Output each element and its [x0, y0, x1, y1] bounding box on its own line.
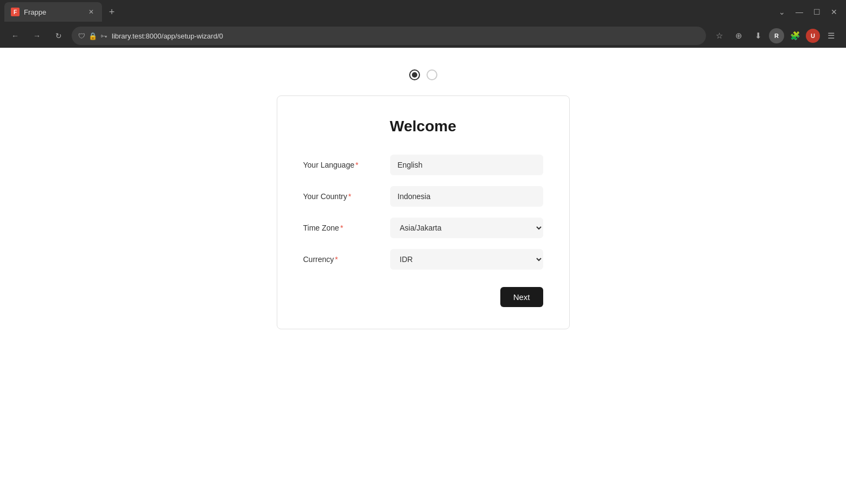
language-group: Your Language* [303, 155, 543, 175]
currency-group: Currency* IDR USD EUR SGD [303, 249, 543, 270]
language-input[interactable] [390, 155, 543, 175]
shield-icon: 🛡 [78, 32, 85, 40]
maximize-button[interactable]: ☐ [809, 4, 824, 20]
profile-button[interactable]: R [769, 28, 784, 43]
refresh-button[interactable]: ↻ [50, 27, 67, 44]
form-title: Welcome [303, 118, 543, 135]
currency-select[interactable]: IDR USD EUR SGD [390, 249, 543, 270]
new-tab-button[interactable]: + [104, 4, 119, 20]
timezone-group: Time Zone* Asia/Jakarta Asia/Singapore A… [303, 218, 543, 238]
bookmark-button[interactable]: ☆ [710, 27, 728, 44]
url-display: library.test:8000/app/setup-wizard/0 [112, 32, 699, 40]
extensions-button[interactable]: 🧩 [786, 27, 804, 44]
country-required: * [348, 192, 351, 201]
step-dot-1 [409, 69, 420, 80]
tab-close-button[interactable]: ✕ [87, 8, 96, 16]
address-icons: 🛡 🔒 🗝 [78, 32, 107, 40]
step-dot-2 [427, 69, 437, 80]
tab-bar: F Frappe ✕ + ⌄ — ☐ ✕ [0, 0, 846, 24]
form-footer: Next [303, 287, 543, 307]
country-label: Your Country* [303, 192, 390, 201]
ublock-button[interactable]: U [806, 29, 820, 43]
language-label: Your Language* [303, 161, 390, 169]
back-button[interactable]: ← [7, 27, 24, 44]
timezone-select[interactable]: Asia/Jakarta Asia/Singapore Asia/Tokyo U… [390, 218, 543, 238]
page-content: Welcome Your Language* Your Country* Tim… [0, 48, 846, 504]
form-card: Welcome Your Language* Your Country* Tim… [277, 95, 570, 329]
tab-list-button[interactable]: ⌄ [774, 4, 790, 20]
country-group: Your Country* [303, 186, 543, 207]
download-button[interactable]: ⬇ [749, 27, 767, 44]
timezone-label: Time Zone* [303, 224, 390, 232]
pocket-button[interactable]: ⊕ [730, 27, 747, 44]
forward-button[interactable]: → [28, 27, 46, 44]
window-controls: ⌄ — ☐ ✕ [774, 4, 842, 20]
menu-button[interactable]: ☰ [822, 27, 839, 44]
next-button[interactable]: Next [500, 287, 543, 307]
language-required: * [355, 161, 358, 169]
country-input[interactable] [390, 186, 543, 207]
browser-tab[interactable]: F Frappe ✕ [4, 2, 102, 22]
close-button[interactable]: ✕ [826, 4, 842, 20]
lock-icon: 🔒 [88, 32, 97, 40]
address-bar[interactable]: 🛡 🔒 🗝 library.test:8000/app/setup-wizard… [72, 27, 706, 45]
toolbar-icons: ☆ ⊕ ⬇ R 🧩 U ☰ [710, 27, 839, 44]
step-indicators [409, 69, 437, 80]
currency-label: Currency* [303, 255, 390, 264]
nav-bar: ← → ↻ 🛡 🔒 🗝 library.test:8000/app/setup-… [0, 24, 846, 48]
minimize-button[interactable]: — [792, 4, 807, 20]
currency-required: * [335, 255, 338, 264]
tab-favicon: F [11, 8, 20, 16]
tab-title: Frappe [24, 8, 82, 16]
key-icon: 🗝 [100, 32, 107, 40]
browser-chrome: F Frappe ✕ + ⌄ — ☐ ✕ ← → ↻ 🛡 🔒 🗝 library… [0, 0, 846, 48]
timezone-required: * [340, 224, 343, 232]
